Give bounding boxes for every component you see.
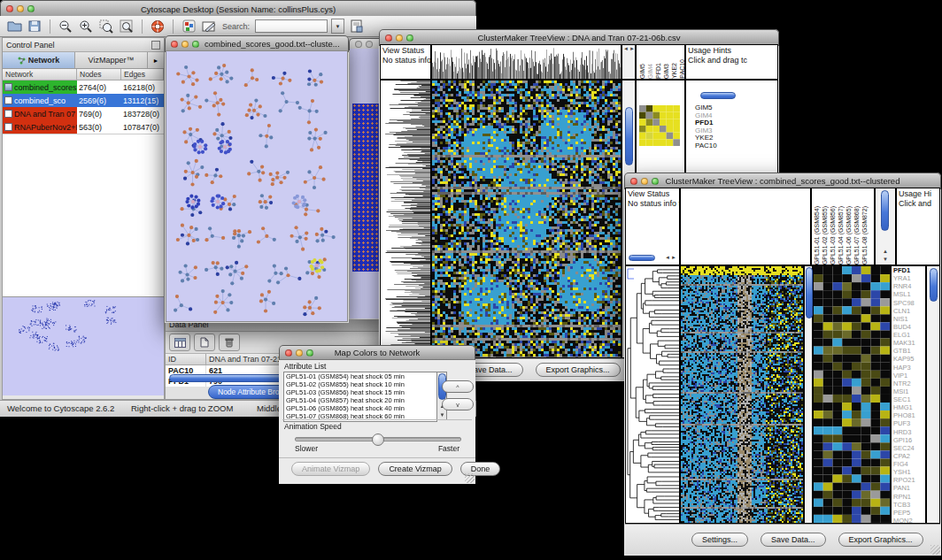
tv2-gene-label[interactable]: PHO81 — [892, 411, 925, 419]
scroll-left-icon[interactable]: ◄ — [623, 46, 629, 51]
tv2-gene-label[interactable]: GPI16 — [892, 436, 925, 444]
zoom-button[interactable] — [652, 178, 659, 185]
close-button[interactable] — [171, 41, 178, 48]
minimize-button[interactable] — [641, 178, 648, 185]
tv2-gene-label[interactable]: SPC98 — [892, 299, 925, 307]
main-title-bar[interactable]: Cytoscape Desktop (Session Name: collins… — [0, 0, 476, 18]
tv1-column-label[interactable]: GIM4 — [646, 64, 654, 79]
minimize-button[interactable] — [366, 41, 373, 48]
search-dropdown-arrow[interactable]: ▼ — [331, 19, 344, 34]
tv2-label-vscroll-thumb[interactable] — [930, 268, 938, 302]
tv2-button[interactable]: Export Graphics... — [838, 533, 923, 547]
tv2-zoom-heatmap[interactable] — [813, 265, 891, 524]
tv1-column-dendrogram[interactable] — [431, 44, 622, 80]
tv2-gene-label[interactable]: YSH1 — [892, 468, 925, 476]
tv1-global-heatmap[interactable] — [431, 80, 622, 358]
attribute-list-item[interactable]: GPL51-03 (GSM856) heat shock 15 min — [284, 388, 436, 396]
scroll-down-icon[interactable]: ▼ — [883, 257, 888, 262]
animation-speed-slider[interactable] — [295, 437, 461, 441]
tv2-gene-label[interactable]: PUF3 — [892, 419, 925, 427]
tv1-gene-dendrogram[interactable] — [380, 80, 431, 358]
tv2-gene-label[interactable]: PAN1 — [892, 484, 925, 492]
close-button[interactable] — [355, 41, 362, 48]
annotation-icon[interactable] — [200, 18, 218, 35]
zoom-button[interactable] — [192, 41, 199, 48]
tv2-gene-label[interactable]: SEC24 — [892, 444, 925, 452]
tv2-gene-label[interactable]: PFD1 — [892, 266, 925, 274]
tv2-array-label[interactable]: GPL51-03 (GSM856) — [829, 206, 837, 265]
minimize-button[interactable] — [396, 35, 403, 42]
tv2-gene-label[interactable]: RPN1 — [892, 493, 925, 501]
attr-col-id[interactable]: ID — [166, 354, 206, 365]
close-button[interactable] — [630, 178, 637, 185]
close-button[interactable] — [285, 349, 292, 357]
tv2-array-label[interactable]: GPL51-06 (GSM865) — [845, 206, 853, 265]
tv2-gene-label[interactable]: CPA2 — [892, 452, 925, 460]
scroll-left-icon[interactable]: ◄ — [665, 255, 670, 260]
tv2-gene-dendrogram[interactable] — [625, 265, 680, 524]
col-nodes[interactable]: Nodes — [77, 69, 121, 81]
tv2-gene-label[interactable]: FIG4 — [892, 460, 925, 468]
col-network[interactable]: Network — [3, 69, 77, 81]
tv2-gene-label[interactable]: RNR4 — [892, 282, 925, 290]
tv2-global-heatmap[interactable] — [680, 265, 804, 524]
minimize-button[interactable] — [17, 5, 24, 12]
tv2-array-label[interactable]: GPL51-01 (GSM854) — [813, 206, 821, 265]
delete-attribute-trash-icon[interactable] — [219, 334, 240, 351]
network-list-row[interactable]: combined_scores2764(0)16218(0) — [3, 81, 164, 94]
tv2-gene-label[interactable]: TCB3 — [892, 501, 925, 509]
network-overview-panel[interactable] — [3, 296, 164, 399]
tv2-gene-label[interactable]: HAP3 — [892, 364, 925, 372]
attribute-list-item[interactable]: GPL51-06 (GSM865) heat shock 40 min — [284, 404, 436, 412]
tv2-gene-label[interactable]: BUD4 — [892, 323, 925, 331]
help-lifesaver-icon[interactable] — [149, 18, 166, 35]
tv2-array-label[interactable]: GPL51-02 (GSM855) — [821, 206, 829, 265]
map-dialog-button[interactable]: Create Vizmap — [378, 462, 452, 476]
tv1-gene-label[interactable]: PAC10 — [693, 142, 717, 150]
network-view-canvas[interactable] — [166, 50, 348, 322]
tv2-column-dendrogram-area[interactable] — [680, 188, 811, 265]
tv2-status-hscrollbar[interactable] — [629, 255, 655, 261]
attribute-list-item[interactable]: GPL51-01 (GSM854) heat shock 05 min — [284, 372, 436, 380]
scroll-up-icon[interactable]: ▲ — [883, 249, 888, 254]
tv2-zoom-vscroll-thumb[interactable] — [881, 190, 889, 231]
attribute-list-item[interactable]: GPL51-04 (GSM857) heat shock 20 min — [284, 396, 436, 404]
more-tabs-arrow[interactable]: ► — [148, 52, 164, 68]
tv2-label-vscrollbar[interactable] — [926, 265, 940, 524]
new-attribute-icon[interactable] — [194, 334, 215, 351]
network-list-row[interactable]: DNA and Tran 07769(0)183728(0) — [3, 107, 164, 120]
tv2-gene-label[interactable]: CLN1 — [892, 307, 925, 315]
tv2-gene-label[interactable]: GTB1 — [892, 347, 925, 355]
tv2-gene-label[interactable]: KAP95 — [892, 355, 925, 363]
zoom-button[interactable] — [406, 35, 413, 42]
tv2-gene-label[interactable]: HMG1 — [892, 403, 925, 411]
tv2-gene-label[interactable]: PEP5 — [892, 509, 925, 517]
zoom-selected-region-icon[interactable] — [97, 18, 115, 35]
close-button[interactable] — [385, 35, 392, 42]
tv2-gene-label[interactable]: VIP1 — [892, 372, 925, 380]
zoom-out-icon[interactable] — [57, 18, 74, 35]
vizmapper-icon[interactable] — [180, 18, 197, 35]
open-file-icon[interactable] — [5, 18, 23, 35]
tv2-global-vscrollbar[interactable] — [804, 265, 813, 524]
tv2-gene-label[interactable]: MON2 — [892, 517, 925, 524]
tv2-gene-label[interactable]: RPO21 — [892, 476, 925, 484]
tv1-column-label[interactable]: PAC10 — [678, 59, 685, 79]
tv1-column-label[interactable]: PFD1 — [654, 63, 662, 79]
zoom-button[interactable] — [27, 5, 35, 12]
attribute-list-scrollbar[interactable]: ▲ ▼ — [436, 372, 447, 420]
tv2-array-label[interactable]: GPL51-08 (GSM872) — [861, 206, 869, 265]
zoom-button[interactable] — [306, 349, 313, 357]
tv2-gene-label[interactable]: NIS1 — [892, 315, 925, 323]
network-overview-canvas[interactable] — [3, 297, 164, 395]
tv1-vscroll-thumb[interactable] — [625, 107, 633, 165]
tab-vizmapper[interactable]: VizMapper™ — [75, 52, 148, 68]
network-list-row[interactable]: combined_sco2569(6)13112(15) — [3, 94, 164, 107]
tv2-gene-label[interactable]: YRA1 — [892, 274, 925, 282]
tv2-gene-label[interactable]: ELG1 — [892, 331, 925, 339]
tv2-gene-label[interactable]: MSL1 — [892, 290, 925, 298]
tv2-gene-label[interactable]: MAK31 — [892, 339, 925, 347]
move-down-button[interactable]: v — [442, 398, 474, 410]
attribute-table-icon[interactable] — [169, 334, 190, 351]
minimize-button[interactable] — [181, 41, 189, 48]
